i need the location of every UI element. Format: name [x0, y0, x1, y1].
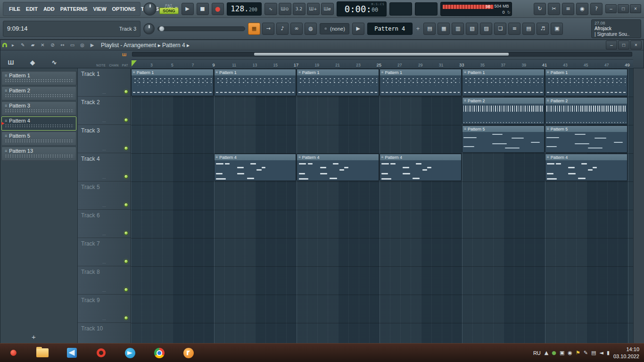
horizontal-scrollbar[interactable] [132, 52, 632, 57]
track-options-dots[interactable]: ... [102, 175, 106, 180]
touch-keyboard-icon[interactable]: ♬ [537, 23, 549, 35]
language-indicator[interactable]: RU [533, 350, 541, 356]
track-mute-led[interactable] [124, 90, 128, 94]
add-pattern-button[interactable]: + [32, 333, 36, 341]
track-mute-led[interactable] [124, 174, 128, 179]
track-options-dots[interactable]: ... [102, 231, 106, 236]
pattern-list-item[interactable]: ≡Pattern 5 [1, 132, 76, 146]
track-header[interactable]: Track 2... [78, 97, 131, 125]
taskbar-vscode-button[interactable] [63, 345, 80, 361]
menu-item-file[interactable]: FILE [6, 6, 23, 12]
mute-tool-icon[interactable]: ⊘ [48, 41, 57, 49]
pattern-arrow-button[interactable]: ▶ [352, 23, 364, 35]
stop-button[interactable]: ■ [197, 3, 209, 15]
track-mute-led[interactable] [124, 259, 128, 263]
display-icon[interactable]: ▣ [560, 350, 564, 356]
playlist-min-button[interactable]: – [606, 41, 617, 49]
pattern-clip[interactable]: ≡Pattern 1 [545, 69, 627, 96]
menu-item-patterns[interactable]: PATTERNS [58, 6, 91, 12]
main-window-min-button[interactable]: – [605, 4, 617, 13]
volume-icon[interactable]: ◄ [599, 350, 603, 356]
track-header[interactable]: Track 4... [78, 153, 131, 181]
toggle-mixer[interactable]: ▧ [466, 23, 478, 35]
clock-tray-icon[interactable]: ◉ [568, 350, 572, 356]
track-mute-led[interactable] [124, 316, 128, 320]
pattern-clip[interactable]: ≡Pattern 1 [131, 69, 214, 96]
patterns-tab-icon[interactable]: Ш [5, 58, 17, 66]
note-icon[interactable]: ♪ [276, 23, 289, 35]
link-icon[interactable]: ∞ [290, 23, 303, 35]
wait-for-input-icon[interactable]: Ш⊙ [279, 3, 291, 15]
pattern-clip[interactable]: ≡Pattern 1 [214, 69, 297, 96]
taskbar-clock[interactable]: 14:10 03.10.2022 [613, 346, 639, 360]
taskbar-app-red-button[interactable] [5, 345, 22, 361]
taskbar-opera-button[interactable] [92, 345, 109, 361]
track-mute-led[interactable] [124, 146, 128, 150]
help-icon[interactable]: ? [590, 3, 603, 15]
track-options-dots[interactable]: ... [102, 147, 106, 151]
toggle-channel-rack[interactable]: ▥ [452, 23, 464, 35]
playback-start-marker[interactable] [132, 60, 137, 66]
add-pattern-quick-button[interactable]: + [415, 25, 421, 32]
menu-item-view[interactable]: VIEW [90, 6, 109, 12]
pattern-clip[interactable]: ≡Pattern 1 [297, 69, 379, 96]
playback-tool-icon[interactable]: ▶ [88, 41, 97, 49]
copy-icon[interactable]: ❏ [494, 23, 506, 35]
time-display[interactable]: 0:00:00 M:S:CS [337, 1, 387, 16]
track-options-dots[interactable]: ... [102, 260, 106, 264]
track-header[interactable]: Track 10... [78, 323, 131, 344]
typing-keyboard-icon[interactable]: ▤ [522, 23, 535, 35]
network-icon[interactable]: ▮ [607, 350, 610, 356]
pattern-list-item[interactable]: ≡Pattern 2 [1, 86, 76, 100]
track-options-dots[interactable]: ... [102, 316, 106, 321]
select-tool-icon[interactable]: ▭ [68, 41, 77, 49]
shop-cart-icon[interactable]: ▣ [551, 23, 563, 35]
pattern-clip[interactable]: ≡Pattern 4 [545, 154, 627, 181]
record-button[interactable]: ● [212, 3, 224, 15]
play-button[interactable]: ▶ [182, 3, 194, 15]
pattern-clip[interactable]: ≡Pattern 4 [297, 154, 379, 181]
pattern-clip[interactable]: ≡Pattern 5 [462, 125, 545, 153]
track-header[interactable]: Track 7... [78, 238, 131, 266]
taskbar-telegram-button[interactable] [122, 345, 139, 361]
main-window-restore-button[interactable]: □ [618, 4, 629, 13]
menu-item-add[interactable]: ADD [41, 6, 58, 12]
sampler-icon[interactable]: ◍ [305, 23, 317, 35]
playlist-restore-button[interactable]: □ [618, 41, 629, 49]
pen-icon[interactable]: ✎ [584, 350, 588, 356]
pattern-list-item[interactable]: ≡Pattern 13 [1, 147, 76, 161]
loop-record-icon[interactable]: Ш+ [307, 3, 320, 15]
main-volume-knob[interactable] [143, 2, 157, 16]
flag-icon[interactable]: ⚑ [576, 350, 580, 356]
plugin-icon[interactable]: ≡ [508, 23, 520, 35]
pattern-clip[interactable]: ≡Pattern 1 [462, 69, 545, 96]
slider-thumb[interactable] [159, 26, 165, 32]
track-mute-led[interactable] [124, 118, 128, 122]
mic-icon[interactable]: ◉ [576, 3, 588, 15]
menu-item-edit[interactable]: EDIT [23, 6, 41, 12]
pattern-clip[interactable]: ≡Pattern 1 [380, 69, 462, 96]
pointer-tool-icon[interactable]: ▸ [8, 41, 17, 49]
pattern-clip[interactable]: ≡Pattern 4 [380, 154, 462, 181]
master-pitch-knob[interactable] [143, 23, 155, 34]
timeline-ruler[interactable]: 3579111315171921232527293133353739414345… [131, 59, 633, 68]
track-header[interactable]: Track 3... [78, 125, 131, 153]
track-mute-led[interactable] [124, 203, 128, 207]
track-options-dots[interactable]: ... [102, 118, 106, 123]
countdown-icon[interactable]: 3.2 [293, 3, 305, 15]
picker-panel-toggle[interactable]: ▦ [248, 23, 260, 35]
track-options-dots[interactable]: ... [102, 90, 106, 95]
delete-tool-icon[interactable]: ✕ [38, 41, 47, 49]
smart-find-icon[interactable]: → [262, 23, 274, 35]
pattern-selector[interactable]: Pattern 4 [367, 23, 413, 35]
track-mute-led[interactable] [124, 231, 128, 235]
toggle-browser[interactable]: ▨ [480, 23, 492, 35]
zoom-tool-icon[interactable]: ◎ [78, 41, 87, 49]
taskbar-fl-studio-button[interactable] [180, 345, 197, 361]
taskbar-chrome-button[interactable] [151, 345, 168, 361]
main-window-close-button[interactable]: × [630, 4, 641, 13]
magnet-snap-icon[interactable] [2, 43, 7, 47]
antivirus-icon[interactable]: ● [552, 350, 556, 356]
toggle-piano-roll[interactable]: ▦ [438, 23, 450, 35]
master-pitch-slider[interactable] [157, 26, 245, 31]
